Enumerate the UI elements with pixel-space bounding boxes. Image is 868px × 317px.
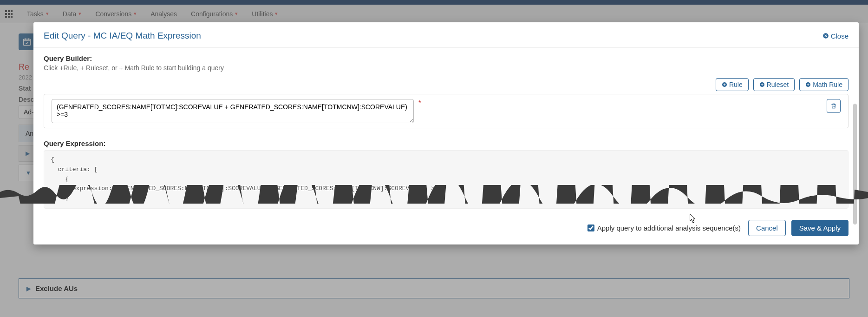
plus-circle-icon: [722, 82, 727, 87]
query-builder-hint: Click +Rule, + Ruleset, or + Math Rule t…: [44, 64, 848, 72]
modal-header: Edit Query - MC IA/EQ Math Expression Cl…: [33, 22, 859, 48]
edit-query-modal: Edit Query - MC IA/EQ Math Expression Cl…: [33, 22, 859, 244]
trash-icon: [830, 103, 837, 109]
close-button[interactable]: Close: [822, 32, 848, 40]
modal-footer: Apply query to additional analysis seque…: [33, 213, 859, 244]
modal-title: Edit Query - MC IA/EQ Math Expression: [44, 31, 201, 41]
scrollbar[interactable]: [853, 104, 857, 225]
query-expression-title: Query Expression:: [44, 139, 848, 147]
torn-edge-decoration: [0, 185, 868, 204]
close-icon: [822, 33, 829, 39]
add-mathrule-button[interactable]: Math Rule: [799, 78, 848, 91]
apply-query-label: Apply query to additional analysis seque…: [597, 224, 741, 232]
required-marker: *: [418, 99, 421, 106]
add-ruleset-button[interactable]: Ruleset: [753, 78, 795, 91]
add-rule-button[interactable]: Rule: [716, 78, 749, 91]
apply-query-checkbox-row[interactable]: Apply query to additional analysis seque…: [587, 224, 741, 232]
rule-box: *: [44, 94, 848, 128]
expression-input[interactable]: [52, 99, 414, 123]
query-builder-title: Query Builder:: [44, 54, 848, 62]
mathrule-label: Math Rule: [813, 81, 842, 88]
delete-rule-button[interactable]: [827, 99, 841, 113]
rule-label: Rule: [729, 81, 743, 88]
cancel-button[interactable]: Cancel: [748, 220, 786, 236]
ruleset-label: Ruleset: [767, 81, 789, 88]
apply-query-checkbox[interactable]: [587, 225, 594, 231]
close-label: Close: [831, 32, 848, 40]
cursor-icon: [690, 214, 697, 224]
plus-circle-icon: [805, 82, 811, 87]
rule-buttons: Rule Ruleset Math Rule: [44, 78, 848, 91]
save-apply-button[interactable]: Save & Apply: [791, 220, 848, 236]
plus-circle-icon: [759, 82, 765, 87]
